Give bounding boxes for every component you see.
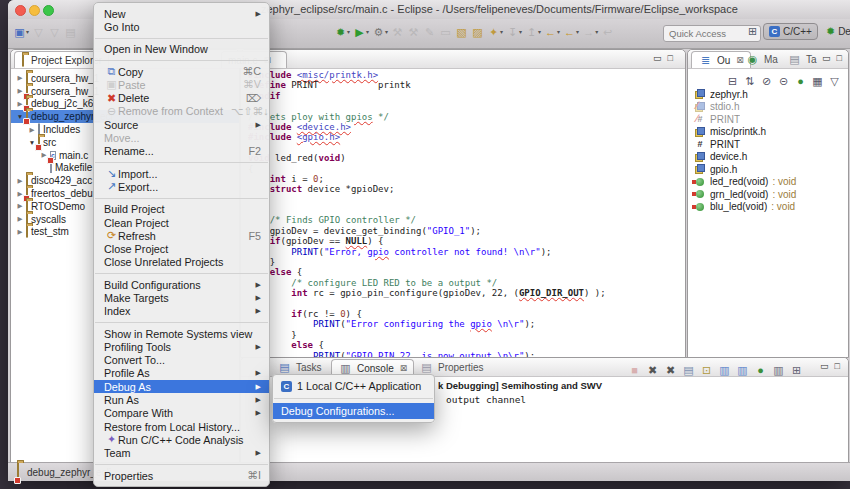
console-toolbar-show-stderr[interactable]: ▥ <box>735 360 750 379</box>
menu-item-team[interactable]: Team▶ <box>94 447 269 460</box>
code-editor[interactable]: #include <misc/printk.h>#define PRINT pr… <box>248 70 683 357</box>
toolbar-button-toggle-editor[interactable]: ▭ <box>438 24 453 40</box>
open-perspective-icon[interactable]: ⊞ <box>745 24 760 40</box>
console-toolbar-terminate[interactable]: ■ <box>627 360 642 379</box>
menu-item-convert-to[interactable]: Convert To... <box>94 354 269 367</box>
toolbar-button-new-wizard[interactable]: ▣▾ <box>12 24 30 40</box>
outline-item-print[interactable]: #PRINT <box>694 138 848 151</box>
expand-arrow-icon[interactable]: ▶ <box>15 74 25 82</box>
toolbar-button-run[interactable]: ▶▾ <box>352 24 370 40</box>
menu-item-close-project[interactable]: Close Project <box>94 242 269 255</box>
toolbar-button-forward2[interactable]: →▾ <box>581 24 599 40</box>
outline-item-misc-printk-h[interactable]: misc/printk.h <box>694 126 848 139</box>
menu-item-clean-project[interactable]: Clean Project <box>94 216 269 229</box>
tab-ma[interactable]: ◉Ma <box>739 51 784 67</box>
menu-item-go-into[interactable]: Go Into <box>94 20 269 33</box>
menu-item-remove-from-context[interactable]: ⊖Remove from Context⌥⇧⌘↓ <box>94 105 269 118</box>
toolbar-button-forward[interactable]: ←▾ <box>562 24 580 40</box>
toolbar-button-external-tools[interactable]: ⚙▾ <box>371 24 389 40</box>
menu-item-paste[interactable]: ▣Paste⌘V <box>94 78 269 91</box>
submenu-item-1-local-c-c-application[interactable]: C1 Local C/C++ Application <box>273 378 434 394</box>
console-toolbar-remove-all-launches[interactable]: ✖ <box>663 360 678 379</box>
maximize-icon[interactable]: □ <box>837 53 842 63</box>
menu-item-import[interactable]: ↘Import... <box>94 167 269 180</box>
maximize-icon[interactable]: □ <box>668 53 673 63</box>
minimize-window-button[interactable] <box>29 5 40 16</box>
menu-item-properties[interactable]: Properties⌘I <box>94 469 269 482</box>
tab-properties[interactable]: ▤Properties <box>413 359 490 375</box>
toolbar-button-save[interactable]: ▽ <box>31 24 46 40</box>
menu-item-move[interactable]: Move... <box>94 131 269 144</box>
outline-item-led-red-void[interactable]: led_red(void) : void <box>694 176 848 189</box>
toolbar-button-build[interactable]: ⚒ <box>390 24 405 40</box>
close-window-button[interactable] <box>15 5 26 16</box>
toolbar-button-search[interactable]: ✦▾ <box>486 24 504 40</box>
expand-arrow-icon[interactable]: ▶ <box>15 202 25 210</box>
toolbar-button-last-edit[interactable]: ↩ <box>600 24 615 40</box>
outline-toolbar-hide-non-public[interactable]: ● <box>793 71 808 90</box>
toolbar-button-open-resource[interactable]: ▨ <box>470 24 485 40</box>
console-toolbar-scroll-lock[interactable]: ⊡ <box>699 360 714 379</box>
expand-arrow-icon[interactable]: ▶ <box>15 228 25 236</box>
close-tab-icon[interactable]: ⊠ <box>400 363 408 373</box>
menu-item-build-project[interactable]: Build Project <box>94 203 269 216</box>
minimize-icon[interactable]: ▭ <box>820 361 829 371</box>
outline-item-stdio-h[interactable]: stdio.h <box>694 101 848 114</box>
outline-item-grn-led-void[interactable]: grn_led(void) : void <box>694 188 848 201</box>
menu-item-debug-as[interactable]: Debug As▶ <box>94 380 269 393</box>
menu-item-build-configurations[interactable]: Build Configurations▶ <box>94 278 269 291</box>
menu-item-show-in-remote-systems-view[interactable]: Show in Remote Systems view <box>94 327 269 340</box>
menu-item-copy[interactable]: ⧉Copy⌘C <box>94 65 269 78</box>
toolbar-button-print[interactable]: ▤ <box>63 24 78 40</box>
console-toolbar-remove-launch[interactable]: ✖ <box>645 360 660 379</box>
expand-arrow-icon[interactable]: ▶ <box>15 177 25 185</box>
console-toolbar-clear-console[interactable]: ▤ <box>681 360 696 379</box>
menu-item-delete[interactable]: ✖Delete⌦ <box>94 91 269 104</box>
menu-item-new[interactable]: New▶ <box>94 7 269 20</box>
minimize-icon[interactable]: ▭ <box>653 53 662 63</box>
menu-item-profile-as[interactable]: Profile As▶ <box>94 367 269 380</box>
console-toolbar-open-console[interactable]: ⊞ <box>789 360 804 379</box>
outline-item-blu-led-void[interactable]: blu_led(void) : void <box>694 201 848 214</box>
perspective-c-c[interactable]: CC/C++ <box>763 23 818 40</box>
outline-toolbar-sort[interactable]: ⇅ <box>742 71 757 90</box>
menu-item-make-targets[interactable]: Make Targets▶ <box>94 291 269 304</box>
menu-item-run-as[interactable]: Run As▶ <box>94 393 269 406</box>
outline-toolbar-view-menu[interactable]: ▽ <box>827 71 842 90</box>
menu-item-refresh[interactable]: ⟳RefreshF5 <box>94 229 269 242</box>
toolbar-button-new-source[interactable]: ✎ <box>422 24 437 40</box>
menu-item-index[interactable]: Index▶ <box>94 305 269 318</box>
toolbar-button-previous-annotation[interactable]: ↥▾ <box>524 24 542 40</box>
menu-item-close-unrelated-projects[interactable]: Close Unrelated Projects <box>94 256 269 269</box>
toolbar-button-open-type[interactable]: ▧ <box>454 24 469 40</box>
menu-item-restore-from-local-history[interactable]: Restore from Local History... <box>94 420 269 433</box>
outline-item-zephyr-h[interactable]: zephyr.h <box>694 88 848 101</box>
console-toolbar-display-console[interactable]: ▥ <box>771 360 786 379</box>
toolbar-button-next-annotation[interactable]: ↧▾ <box>505 24 523 40</box>
menu-item-source[interactable]: Source▶ <box>94 118 269 131</box>
menu-item-open-in-new-window[interactable]: Open in New Window <box>94 43 269 56</box>
outline-toolbar-hide-fields[interactable]: ⊘ <box>759 71 774 90</box>
outline-toolbar-hide-static[interactable]: ⊝ <box>776 71 791 90</box>
expand-arrow-icon[interactable]: ▶ <box>15 215 25 223</box>
toolbar-button-build-all[interactable]: ⚒ <box>406 24 421 40</box>
console-toolbar-pin-console[interactable]: ● <box>753 360 768 379</box>
toolbar-button-debug[interactable]: ✹▾ <box>333 24 351 40</box>
outline-item-print[interactable]: #PRINT <box>694 113 848 126</box>
outline-item-gpio-h[interactable]: gpio.h <box>694 163 848 176</box>
menu-item-profiling-tools[interactable]: Profiling Tools▶ <box>94 340 269 353</box>
submenu-item-debug-configurations[interactable]: Debug Configurations... <box>273 403 434 419</box>
menu-item-rename[interactable]: Rename...F2 <box>94 145 269 158</box>
expand-arrow-icon[interactable]: ▶ <box>27 126 37 134</box>
zoom-window-button[interactable] <box>43 5 54 16</box>
outline-item-device-h[interactable]: device.h <box>694 151 848 164</box>
maximize-icon[interactable]: □ <box>835 361 840 371</box>
console-toolbar-show-stdout[interactable]: ▥ <box>717 360 732 379</box>
toolbar-button-back[interactable]: ←▾ <box>543 24 561 40</box>
perspective-debug[interactable]: ✹Debug <box>821 23 850 40</box>
minimize-icon[interactable]: ▭ <box>822 53 831 63</box>
tab-ta[interactable]: ▤Ta <box>781 51 823 67</box>
tab-tasks[interactable]: ▤Tasks <box>271 359 328 375</box>
menu-item-compare-with[interactable]: Compare With▶ <box>94 407 269 420</box>
outline-toolbar-collapse-all[interactable]: ⊟ <box>725 71 740 90</box>
